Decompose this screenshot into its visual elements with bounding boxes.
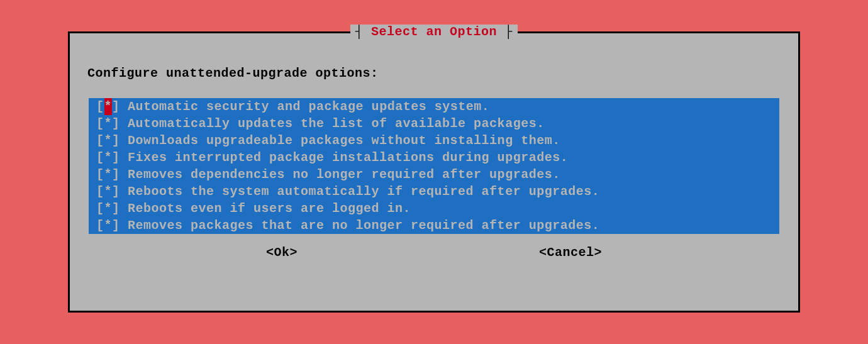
option-label-1: Automatically updates the list of availa… <box>128 116 545 131</box>
dialog-buttons: <Ok> <Cancel> <box>70 234 798 260</box>
dialog-prompt: Configure unattended-upgrade options: <box>70 33 798 80</box>
option-item-1[interactable]: [*] Automatically updates the list of av… <box>89 115 779 132</box>
dialog-title-border: ┤ Select an Option ├ <box>350 25 518 39</box>
checkbox-3[interactable]: [*] <box>96 150 120 165</box>
checkbox-6[interactable]: [*] <box>96 201 120 216</box>
option-label-0: Automatic security and package updates s… <box>128 99 489 114</box>
options-list: [*] Automatic security and package updat… <box>89 98 779 234</box>
option-label-4: Removes dependencies no longer required … <box>128 167 560 182</box>
option-label-6: Reboots even if users are logged in. <box>128 201 411 216</box>
title-border-left: ┤ <box>355 25 371 39</box>
option-item-7[interactable]: [*] Removes packages that are no longer … <box>89 217 779 234</box>
cancel-button[interactable]: <Cancel> <box>539 245 602 260</box>
option-label-5: Reboots the system automatically if requ… <box>128 184 599 199</box>
option-item-5[interactable]: [*] Reboots the system automatically if … <box>89 183 779 200</box>
option-label-2: Downloads upgradeable packages without i… <box>128 133 560 148</box>
checkbox-2[interactable]: [*] <box>96 133 120 148</box>
option-item-4[interactable]: [*] Removes dependencies no longer requi… <box>89 166 779 183</box>
option-label-3: Fixes interrupted package installations … <box>128 150 568 165</box>
title-border-right: ├ <box>497 25 513 39</box>
option-item-0[interactable]: [*] Automatic security and package updat… <box>89 98 779 115</box>
checkbox-4[interactable]: [*] <box>96 167 120 182</box>
dialog-title: Select an Option <box>371 25 497 39</box>
dialog-box: ┤ Select an Option ├ Configure unattende… <box>68 31 800 313</box>
checkbox-7[interactable]: [*] <box>96 218 120 233</box>
ok-button[interactable]: <Ok> <box>266 245 298 260</box>
checkbox-5[interactable]: [*] <box>96 184 120 199</box>
checkbox-1[interactable]: [*] <box>96 116 120 131</box>
option-item-3[interactable]: [*] Fixes interrupted package installati… <box>89 149 779 166</box>
dialog-title-container: ┤ Select an Option ├ <box>70 25 798 39</box>
option-item-2[interactable]: [*] Downloads upgradeable packages witho… <box>89 132 779 149</box>
checkbox-0[interactable]: [*] <box>96 99 120 114</box>
option-label-7: Removes packages that are no longer requ… <box>128 218 599 233</box>
option-item-6[interactable]: [*] Reboots even if users are logged in. <box>89 200 779 217</box>
cursor-indicator: * <box>104 98 113 115</box>
